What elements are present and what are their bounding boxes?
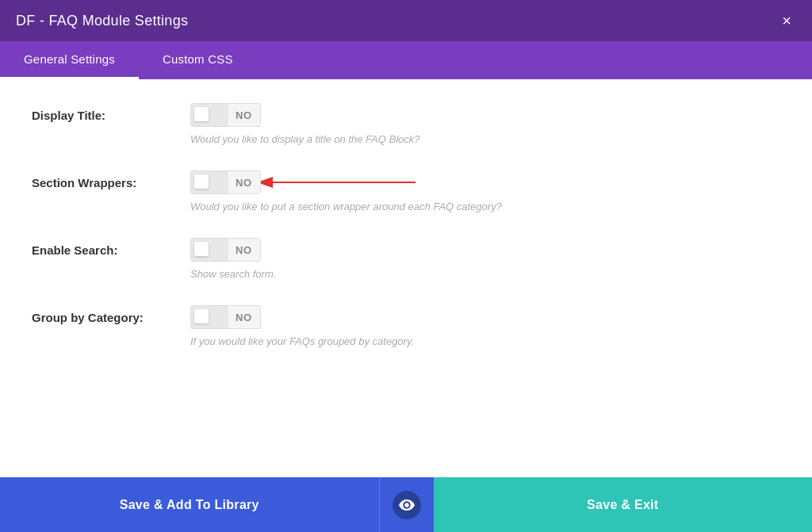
group-by-category-track[interactable] <box>191 306 228 328</box>
eye-icon <box>393 491 421 519</box>
display-title-label: Display Title: <box>32 109 190 122</box>
section-wrappers-toggle[interactable]: NO <box>190 170 261 194</box>
save-exit-button[interactable]: Save & Exit <box>434 477 813 532</box>
enable-search-row: Enable Search: NO Show search form. <box>32 238 780 280</box>
tab-general-settings[interactable]: General Settings <box>0 41 139 79</box>
modal-title: DF - FAQ Module Settings <box>16 13 188 29</box>
section-wrappers-control: NO <box>190 170 261 194</box>
display-title-track[interactable] <box>191 104 228 126</box>
section-wrappers-hint: Would you like to put a section wrapper … <box>190 201 780 212</box>
display-title-toggle[interactable]: NO <box>190 103 261 127</box>
section-wrappers-track[interactable] <box>191 171 228 193</box>
title-bar: DF - FAQ Module Settings × <box>0 0 812 41</box>
group-by-category-row: Group by Category: NO If you would like … <box>32 305 780 347</box>
section-wrappers-row: Section Wrappers: NO <box>32 170 780 212</box>
group-by-category-toggle[interactable]: NO <box>190 305 261 329</box>
group-by-category-state: NO <box>228 306 260 328</box>
enable-search-hint: Show search form. <box>190 268 780 280</box>
group-by-category-label: Group by Category: <box>32 311 190 324</box>
enable-search-toggle[interactable]: NO <box>190 238 261 262</box>
preview-button[interactable] <box>379 477 434 532</box>
enable-search-knob <box>194 242 209 256</box>
enable-search-track[interactable] <box>191 239 228 261</box>
footer: Save & Add To Library Save & Exit <box>0 477 812 532</box>
enable-search-label: Enable Search: <box>32 243 190 257</box>
display-title-control: NO <box>190 103 261 127</box>
group-by-category-hint: If you would like your FAQs grouped by c… <box>190 335 780 347</box>
tab-custom-css[interactable]: Custom CSS <box>139 41 257 79</box>
display-title-hint: Would you like to display a title on the… <box>190 133 780 145</box>
tabs-bar: General Settings Custom CSS <box>0 41 812 79</box>
display-title-state: NO <box>228 104 260 126</box>
enable-search-state: NO <box>228 239 260 261</box>
red-arrow-annotation <box>261 173 419 192</box>
display-title-knob <box>194 107 209 121</box>
section-wrappers-label: Section Wrappers: <box>32 176 190 189</box>
settings-content: Display Title: NO Would you like to disp… <box>0 79 812 477</box>
section-wrappers-state: NO <box>228 171 260 193</box>
group-by-category-control: NO <box>190 305 261 329</box>
section-wrappers-knob <box>194 174 209 189</box>
display-title-row: Display Title: NO Would you like to disp… <box>32 103 780 145</box>
close-button[interactable]: × <box>777 11 796 30</box>
modal: DF - FAQ Module Settings × General Setti… <box>0 0 812 532</box>
enable-search-control: NO <box>190 238 261 262</box>
save-add-to-library-button[interactable]: Save & Add To Library <box>0 477 379 532</box>
group-by-category-knob <box>194 309 209 323</box>
